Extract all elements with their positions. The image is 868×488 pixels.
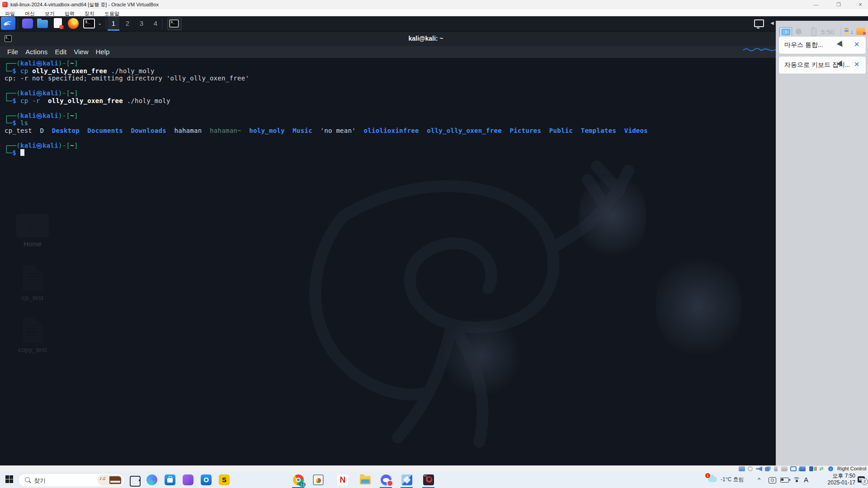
desktop-icon-label: Home xyxy=(9,240,56,248)
search-icon xyxy=(25,477,30,482)
chrome-window-icon xyxy=(313,474,324,485)
usb-icon[interactable] xyxy=(774,466,778,471)
desktop-icon-copy_test[interactable]: copy_test xyxy=(9,318,56,353)
shared-folders-icon[interactable] xyxy=(781,466,788,471)
launcher-file-manager[interactable] xyxy=(37,18,49,29)
workspace-3[interactable]: 3 xyxy=(136,16,147,31)
notification-badge: 2 xyxy=(861,478,868,485)
display-tray-icon[interactable] xyxy=(754,19,764,27)
taskbar-icon-virtualbox[interactable] xyxy=(401,474,412,485)
ime-indicator[interactable]: A xyxy=(804,471,808,488)
purple-app-icon xyxy=(22,19,33,28)
chevron-down-icon[interactable]: ⌄ xyxy=(98,20,102,26)
battery-tray-icon[interactable] xyxy=(780,478,789,483)
volume-icon[interactable]: ◄ xyxy=(769,20,775,26)
file-icon xyxy=(22,318,43,343)
clock[interactable]: 오후 7:50 2025-01-17 xyxy=(814,473,855,486)
desktop-icon-cp_test[interactable]: cp_test xyxy=(9,266,56,301)
terminal-menu-view[interactable]: View xyxy=(74,46,88,58)
taskbar-icon-app-s[interactable]: S xyxy=(219,474,230,485)
notification-center-icon[interactable]: 2 xyxy=(858,476,865,483)
optical-disc-icon[interactable] xyxy=(748,466,753,471)
bell-icon[interactable] xyxy=(796,28,802,34)
terminal-title: kali@kali: ~ xyxy=(0,35,852,42)
desktop-icon-Home[interactable]: Home xyxy=(9,214,56,248)
auto-resize-icon[interactable]: ↓ xyxy=(828,466,833,471)
desktop-icon-label: cp_test xyxy=(9,294,56,301)
terminal-output: ┌──(kali㉿kali)-[~] └─$ cp olly_olly_oxen… xyxy=(5,60,648,157)
file-explorer-icon xyxy=(360,476,371,484)
launcher-terminal[interactable]: $_ xyxy=(83,18,95,29)
terminal-window: $_ kali@kali: ~ FileActionsEditViewHelp xyxy=(0,32,868,465)
desktop-icon-label: copy_test xyxy=(9,346,56,353)
terminal-menu-edit[interactable]: Edit xyxy=(55,46,66,58)
notification-card[interactable]: 자동으로 키보드 잡기... ✕ xyxy=(778,56,866,74)
notification-close-icon[interactable]: ✕ xyxy=(854,61,859,68)
terminal-menu-actions[interactable]: Actions xyxy=(25,46,47,58)
sort-descending-button[interactable]: ↓ xyxy=(844,28,854,36)
kali-menu-button[interactable] xyxy=(1,17,15,30)
panel-clock[interactable]: 5:50 xyxy=(821,28,834,36)
tray-chevron-icon[interactable]: ^ xyxy=(758,471,760,488)
restore-button[interactable]: ❐ xyxy=(832,1,845,8)
mouse-pointer-icon xyxy=(837,41,847,52)
taskbar-icon-netflix[interactable]: N xyxy=(337,474,348,485)
badge: 2.8 xyxy=(299,483,306,487)
taskbar-icon-chrome-window[interactable] xyxy=(313,474,324,485)
wifi-icon[interactable] xyxy=(793,477,800,483)
notification-close-icon[interactable]: ✕ xyxy=(854,41,859,48)
terminal-body[interactable]: Home cp_test copy_test ┌──(kali㉿kali)-[~… xyxy=(0,58,868,465)
file-icon xyxy=(22,266,43,291)
taskbar-window-button-terminal[interactable]: $_ xyxy=(167,18,182,30)
taskbar-icon-file-explorer[interactable] xyxy=(360,474,371,485)
hdd-icon[interactable] xyxy=(739,466,745,471)
workspace-4[interactable]: 4 xyxy=(150,16,161,31)
workspace-1[interactable]: 1 xyxy=(108,16,119,31)
kali-wallpaper-dragon xyxy=(235,112,642,455)
launcher-app-purple[interactable] xyxy=(22,18,33,29)
taskbar-icon-outlook[interactable]: O xyxy=(201,474,212,485)
display-icon[interactable] xyxy=(790,466,797,471)
launcher-firefox[interactable] xyxy=(68,18,80,29)
weather-icon[interactable]: 1 xyxy=(708,477,717,482)
weather-text[interactable]: -1°C 흐림 xyxy=(721,471,744,488)
network-icon[interactable] xyxy=(765,467,769,471)
terminal-menu-file[interactable]: File xyxy=(7,46,18,58)
workspace-2[interactable]: 2 xyxy=(122,16,133,31)
vm-indicator-icon[interactable] xyxy=(809,466,813,471)
search-box[interactable]: 찾기 ♪♫ xyxy=(18,473,125,487)
activity-bars-icon xyxy=(814,467,815,471)
search-placeholder: 찾기 xyxy=(34,477,46,485)
kali-dragon-icon xyxy=(3,18,14,29)
launcher-text-editor[interactable] xyxy=(52,18,64,29)
terminal-menu-help[interactable]: Help xyxy=(95,46,109,58)
mouse-integration-icon[interactable]: ⇄ xyxy=(819,466,826,471)
recording-icon[interactable] xyxy=(799,466,806,471)
terminal-icon: $_ xyxy=(83,19,95,28)
taskbar-icon-copilot[interactable] xyxy=(146,474,157,485)
kali-vm-window-icon: 64 xyxy=(423,474,434,485)
taskbar-icon-microsoft-store[interactable] xyxy=(165,474,175,485)
discard-all-button[interactable] xyxy=(856,28,865,35)
wallpaper-speckle xyxy=(656,248,741,365)
taskbar-icon-kali-vm-window[interactable]: 64 xyxy=(423,474,434,485)
separator xyxy=(840,27,841,36)
close-button[interactable]: ✕ xyxy=(854,1,867,8)
minimize-button[interactable]: — xyxy=(809,1,823,8)
taskbar-icon-microsoft-365[interactable] xyxy=(183,474,193,485)
terminal-titlebar[interactable]: $_ kali@kali: ~ xyxy=(0,32,868,47)
audio-icon[interactable] xyxy=(756,466,762,471)
panel-separator xyxy=(162,18,162,29)
terminal-menubar: FileActionsEditViewHelp xyxy=(0,46,868,58)
taskbar-icon-task-view[interactable] xyxy=(128,474,139,485)
taskbar-icon-discord[interactable] xyxy=(381,474,392,485)
taskbar-icon-chrome[interactable]: 2.8 xyxy=(293,474,304,485)
search-highlight-image[interactable]: ♪♫ xyxy=(98,474,123,486)
notification-card[interactable]: 마우스 통합... ✕ xyxy=(778,36,866,54)
piano-icon xyxy=(109,476,121,484)
tray-time: 오후 7:50 xyxy=(814,473,855,479)
vm-display: $_ ⌄ 1234 $_ ◄ $_ kali@kali: ~ FileActio… xyxy=(0,16,868,465)
capture-tray-icon[interactable] xyxy=(769,477,776,483)
start-button[interactable] xyxy=(5,475,13,483)
terminal-icon: $_ xyxy=(170,19,179,28)
